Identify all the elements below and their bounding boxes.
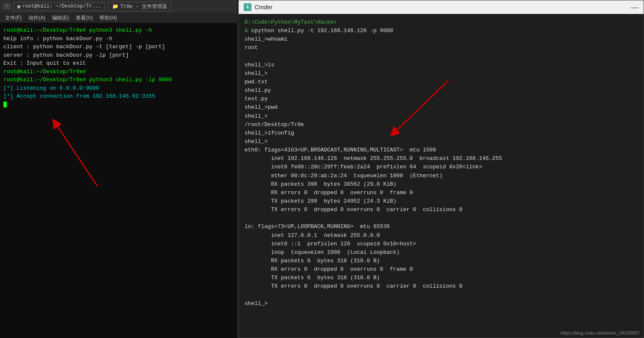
menu-file[interactable]: 文件(F) [3,14,24,22]
right-terminal-content[interactable]: D:\Code\Python\MyTest\Hacker λ cpython s… [239,14,644,338]
cmder-title: Cmder [255,4,272,11]
right-titlebar: λ Cmder — [239,0,644,14]
folder-icon: 📁 [112,3,118,10]
terminal-tab-label: root@kali: ~/Desktop/Tr... [22,3,101,9]
left-terminal-panel: □ ▣ root@kali: ~/Desktop/Tr... 📁 Tr0e - … [0,0,237,338]
left-terminal-content[interactable]: root@kali:~/Desktop/Tr0e# python3 shell.… [0,23,237,338]
menu-action[interactable]: 动作(A) [26,14,48,22]
watermark: https://blog.csdn.net/weixin_39190897 [561,330,640,335]
cmder-icon: λ [244,3,251,11]
terminal-tab[interactable]: ▣ root@kali: ~/Desktop/Tr... [14,2,105,11]
file-manager-tab[interactable]: 📁 Tr0e - 文件管理器 [108,2,171,11]
left-titlebar: □ ▣ root@kali: ~/Desktop/Tr... 📁 Tr0e - … [0,0,237,13]
file-manager-tab-label: Tr0e - 文件管理器 [120,3,167,10]
titlebar-left: λ Cmder [244,3,272,11]
left-menubar: 文件(F) 动作(A) 编辑(E) 查看(V) 帮助(H) [0,13,237,23]
minimize-button[interactable]: — [631,3,638,12]
window-control-btn[interactable]: □ [3,3,10,9]
menu-edit[interactable]: 编辑(E) [50,14,72,22]
menu-view[interactable]: 查看(V) [73,14,95,22]
terminal-output-left: root@kali:~/Desktop/Tr0e# python3 shell.… [3,26,234,109]
terminal-tab-icon: ▣ [17,3,20,10]
menu-help[interactable]: 帮助(H) [97,14,119,22]
terminal-output-right: D:\Code\Python\MyTest\Hacker λ cpython s… [245,18,638,308]
right-cmder-panel: λ Cmder — D:\Code\Python\MyTest\Hacker λ… [238,0,644,338]
